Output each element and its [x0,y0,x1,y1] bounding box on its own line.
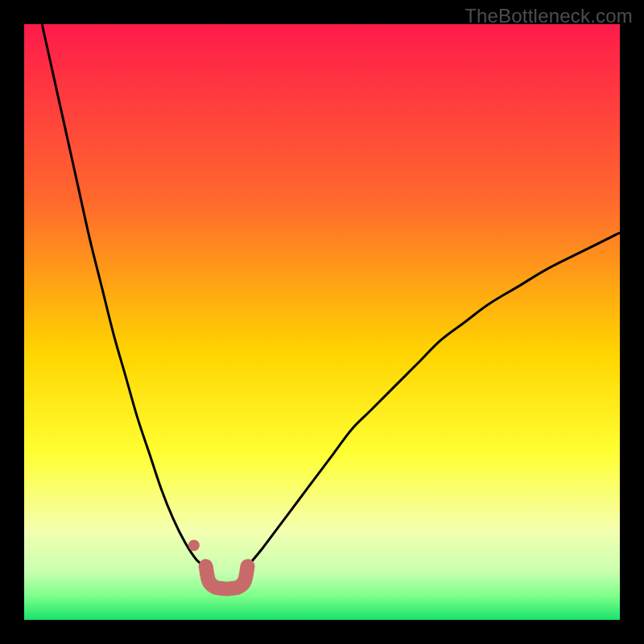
bottleneck-chart [24,24,620,620]
highlight-dot-icon [188,540,200,551]
chart-frame: TheBottleneck.com [0,0,644,644]
watermark-label: TheBottleneck.com [464,5,633,27]
plot-background [24,24,620,620]
